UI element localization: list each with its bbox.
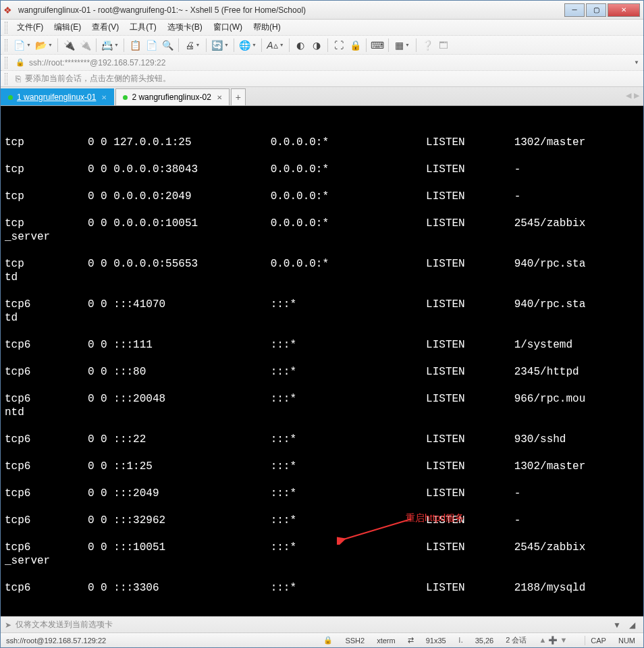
menu-grip-icon bbox=[5, 22, 7, 34]
status-sessions: 2 会话 bbox=[506, 635, 527, 645]
netstat-row: tcp00 0.0.0.0:556530.0.0.0:*LISTEN940/rp… bbox=[5, 257, 639, 271]
send-popup-icon[interactable]: ◢ bbox=[625, 619, 639, 631]
status-dot-icon bbox=[123, 95, 128, 100]
netstat-row: tcp600 :::20048:::*LISTEN966/rpc.mou bbox=[5, 392, 639, 406]
find-button[interactable]: 🔍 bbox=[160, 38, 175, 53]
toolbar: 📄▼ 📂▼ 🔌 🔌 📇▼ 📋 📄 🔍 🖨▼ 🔄▼ 🌐▼ A▵▼ ◐ ◑ ⛶ 🔒 … bbox=[1, 36, 643, 55]
minimize-button[interactable]: ─ bbox=[564, 3, 585, 17]
bookmark-add-icon[interactable]: ⎘ bbox=[16, 74, 21, 84]
netstat-row-cont: td bbox=[5, 271, 639, 284]
svg-line-0 bbox=[344, 519, 411, 539]
help-button[interactable]: ❔ bbox=[420, 38, 435, 53]
tab-label: 2 wangrufienglinux-02 bbox=[132, 92, 211, 102]
status-nav-icon[interactable]: ▲ ➕ ▼ bbox=[539, 636, 567, 645]
reconnect-button[interactable]: 🔌 bbox=[61, 38, 76, 53]
status-protocol: SSH2 bbox=[345, 637, 365, 645]
netstat-row: tcp600 ::1:25:::*LISTEN1302/master bbox=[5, 460, 639, 473]
hint-grip-icon bbox=[5, 73, 7, 85]
status-ssh-icon: 🔒 bbox=[323, 636, 333, 645]
fullscreen-button[interactable]: ⛶ bbox=[331, 38, 346, 53]
menu-tab[interactable]: 选项卡(B) bbox=[162, 20, 208, 35]
netstat-row: tcp600 :::22:::*LISTEN930/sshd bbox=[5, 433, 639, 446]
menu-edit[interactable]: 编辑(E) bbox=[49, 20, 86, 35]
netstat-row: tcp600 :::10051:::*LISTEN2545/zabbix bbox=[5, 541, 639, 554]
send-dropdown-icon[interactable]: ▼ bbox=[609, 619, 625, 631]
netstat-row-cont: _server bbox=[5, 554, 639, 568]
netstat-row: tcp00 0.0.0.0:100510.0.0.0:*LISTEN2545/z… bbox=[5, 217, 639, 230]
add-tab-button[interactable]: + bbox=[231, 88, 246, 105]
about-button[interactable]: 🗔 bbox=[436, 38, 451, 53]
transfer-button[interactable]: 🔄▼ bbox=[210, 38, 230, 53]
menu-view[interactable]: 查看(V) bbox=[86, 20, 124, 35]
menu-help[interactable]: 帮助(H) bbox=[248, 20, 286, 35]
maximize-button[interactable]: ▢ bbox=[586, 3, 606, 17]
script2-button[interactable]: ◑ bbox=[309, 38, 324, 53]
tab-prev-icon[interactable]: ◀ bbox=[626, 91, 631, 100]
hint-bar: ⎘ 要添加当前会话，点击左侧的箭头按钮。 bbox=[1, 71, 643, 87]
netstat-row: tcp600 :::2049:::*LISTEN- bbox=[5, 487, 639, 500]
netstat-row: tcp600 :::41070:::*LISTEN940/rpc.sta bbox=[5, 298, 639, 311]
netstat-row: tcp00 127.0.0.1:250.0.0.0:*LISTEN1302/ma… bbox=[5, 136, 639, 149]
print-button[interactable]: 🖨▼ bbox=[182, 38, 203, 53]
copy-button[interactable]: 📋 bbox=[128, 38, 142, 53]
tab-close-icon[interactable]: ✕ bbox=[101, 94, 107, 101]
font-button[interactable]: A▵▼ bbox=[265, 38, 286, 53]
menu-bar: 文件(F) 编辑(E) 查看(V) 工具(T) 选项卡(B) 窗口(W) 帮助(… bbox=[1, 20, 643, 36]
netstat-row-cont: _server bbox=[5, 230, 639, 244]
session-tab[interactable]: 2 wangrufienglinux-02✕ bbox=[115, 88, 229, 105]
properties-button[interactable]: 📇▼ bbox=[100, 38, 120, 53]
script-button[interactable]: ◐ bbox=[293, 38, 308, 53]
netstat-row: tcp600 :::32962:::*LISTEN- bbox=[5, 514, 639, 527]
status-size: 91x35 bbox=[426, 637, 446, 645]
hint-text: 要添加当前会话，点击左侧的箭头按钮。 bbox=[25, 73, 171, 84]
status-cap: CAP bbox=[591, 637, 606, 645]
lock-icon: 🔒 bbox=[16, 58, 25, 67]
toolbar-grip-icon bbox=[5, 39, 7, 51]
status-bar: ssh://root@192.168.57.129:22 🔒 SSH2 xter… bbox=[1, 632, 643, 647]
tab-bar: 1 wangruifenglinux-01✕2 wangrufienglinux… bbox=[1, 87, 643, 106]
address-dropdown-icon[interactable]: ▼ bbox=[634, 59, 639, 65]
netstat-row: tcp00 0.0.0.0:380430.0.0.0:*LISTEN- bbox=[5, 163, 639, 176]
disconnect-button[interactable]: 🔌 bbox=[78, 38, 92, 53]
netstat-row-cont: ntd bbox=[5, 406, 639, 419]
tab-close-icon[interactable]: ✕ bbox=[217, 94, 222, 101]
tab-nav: ◀ ▶ bbox=[626, 91, 639, 100]
title-bar: ❖ wangruifenglinux-01 - root@wangruifeng… bbox=[1, 1, 643, 20]
menu-file[interactable]: 文件(F) bbox=[11, 20, 49, 35]
status-size-icon: ⇄ bbox=[408, 636, 414, 645]
netstat-row: tcp600 :::3306:::*LISTEN2188/mysqld bbox=[5, 581, 639, 595]
menu-tools[interactable]: 工具(T) bbox=[124, 20, 161, 35]
send-input[interactable]: 仅将文本发送到当前选项卡 bbox=[16, 619, 609, 630]
annotation-text: 重启httpd服务 bbox=[406, 511, 464, 524]
netstat-row: tcp00 0.0.0.0:20490.0.0.0:*LISTEN- bbox=[5, 190, 639, 203]
window-controls: ─ ▢ ✕ bbox=[564, 3, 641, 17]
layout-button[interactable]: ▦▼ bbox=[392, 38, 412, 53]
send-icon[interactable]: ➤ bbox=[5, 620, 11, 630]
send-bar: ➤ 仅将文本发送到当前选项卡 ▼ ◢ bbox=[1, 616, 643, 632]
menu-window[interactable]: 窗口(W) bbox=[208, 20, 248, 35]
address-grip-icon bbox=[5, 57, 7, 69]
paste-button[interactable]: 📄 bbox=[144, 38, 159, 53]
status-position: 35,26 bbox=[475, 637, 494, 645]
keyboard-button[interactable]: ⌨ bbox=[370, 38, 385, 53]
terminal[interactable]: tcp00 127.0.0.1:250.0.0.0:*LISTEN1302/ma… bbox=[1, 106, 643, 616]
close-button[interactable]: ✕ bbox=[608, 3, 640, 17]
open-button[interactable]: 📂▼ bbox=[34, 38, 54, 53]
status-dot-icon bbox=[8, 95, 13, 100]
status-num: NUM bbox=[618, 637, 635, 645]
status-connection: ssh://root@192.168.57.129:22 bbox=[6, 637, 106, 645]
new-session-button[interactable]: 📄▼ bbox=[12, 38, 32, 53]
address-text[interactable]: ssh://root:********@192.168.57.129:22 bbox=[29, 58, 639, 68]
status-termtype: xterm bbox=[377, 637, 396, 645]
session-tab[interactable]: 1 wangruifenglinux-01✕ bbox=[1, 88, 114, 105]
netstat-row: tcp600 :::80:::*LISTEN2345/httpd bbox=[5, 365, 639, 379]
app-icon: ❖ bbox=[3, 5, 14, 16]
tab-next-icon[interactable]: ▶ bbox=[634, 91, 639, 100]
tab-label: 1 wangruifenglinux-01 bbox=[17, 92, 96, 102]
lock-button[interactable]: 🔒 bbox=[348, 38, 363, 53]
netstat-row-cont: td bbox=[5, 311, 639, 325]
status-pos-icon: ⁞. bbox=[458, 636, 463, 645]
window-title: wangruifenglinux-01 - root@wangruifeng-0… bbox=[18, 5, 564, 15]
address-bar: 🔒 ssh://root:********@192.168.57.129:22 … bbox=[1, 55, 643, 71]
lang-button[interactable]: 🌐▼ bbox=[238, 38, 258, 53]
